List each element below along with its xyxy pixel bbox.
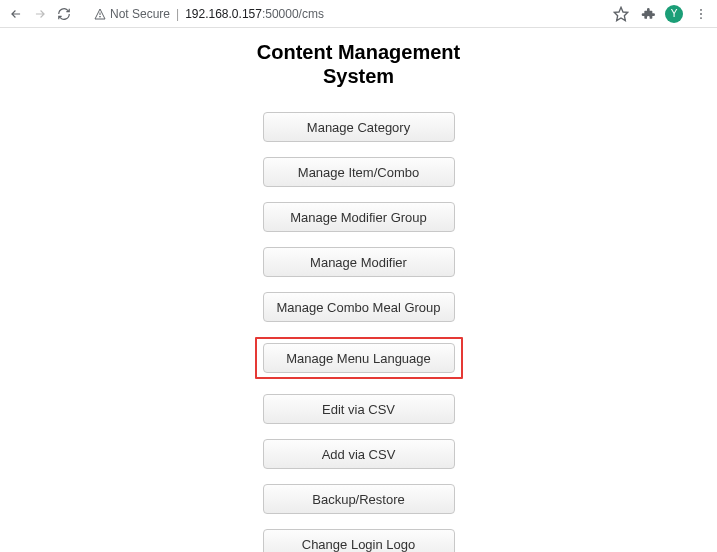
avatar[interactable]: Y [665,5,683,23]
extensions-icon[interactable] [639,6,655,22]
url-path: :50000/cms [262,7,324,21]
backup-restore-button[interactable]: Backup/Restore [263,484,455,514]
manage-combo-meal-group-button[interactable]: Manage Combo Meal Group [263,292,455,322]
svg-point-4 [700,13,702,15]
menu-buttons: Manage CategoryManage Item/ComboManage M… [255,112,463,552]
star-icon[interactable] [613,6,629,22]
menu-dots-icon[interactable] [693,6,709,22]
not-secure-icon: Not Secure [94,7,170,21]
security-label: Not Secure [110,7,170,21]
manage-item-combo-button[interactable]: Manage Item/Combo [263,157,455,187]
back-icon[interactable] [8,6,24,22]
svg-point-5 [700,17,702,19]
forward-icon[interactable] [32,6,48,22]
page-title: Content Management System [257,40,460,88]
manage-modifier-group-button[interactable]: Manage Modifier Group [263,202,455,232]
manage-modifier-button[interactable]: Manage Modifier [263,247,455,277]
manage-category-button[interactable]: Manage Category [263,112,455,142]
svg-point-3 [700,8,702,10]
add-via-csv-button[interactable]: Add via CSV [263,439,455,469]
toolbar-right-icons: Y [613,5,709,23]
highlight-box: Manage Menu Language [255,337,463,379]
divider: | [176,7,179,21]
svg-marker-2 [614,7,627,20]
avatar-letter: Y [671,8,678,19]
change-login-logo-button[interactable]: Change Login Logo [263,529,455,552]
manage-menu-language-button[interactable]: Manage Menu Language [263,343,455,373]
address-bar[interactable]: Not Secure | 192.168.0.157:50000/cms [86,4,605,24]
url-host: 192.168.0.157 [185,7,262,21]
edit-via-csv-button[interactable]: Edit via CSV [263,394,455,424]
svg-point-1 [100,16,101,17]
browser-toolbar: Not Secure | 192.168.0.157:50000/cms Y [0,0,717,28]
page-content: Content Management System Manage Categor… [0,28,717,552]
reload-icon[interactable] [56,6,72,22]
